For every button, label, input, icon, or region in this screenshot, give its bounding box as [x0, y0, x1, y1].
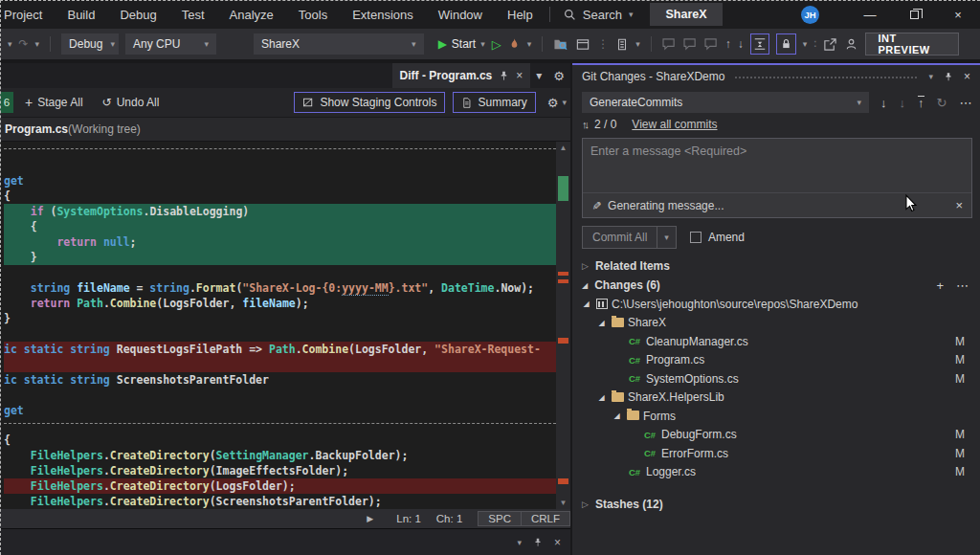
tree-item-c-users-jehoughton-source-repos-sharexdemo[interactable]: ◢C:\Users\jehoughton\source\repos\ShareX… — [572, 295, 980, 314]
arrow-down-icon[interactable]: ↓ — [738, 37, 744, 51]
close-icon[interactable]: × — [964, 70, 970, 83]
chevron-down-icon[interactable]: ▾ — [635, 39, 640, 49]
chevron-down-icon[interactable]: ▾ — [928, 72, 933, 81]
lock-icon[interactable] — [776, 33, 796, 55]
related-items-section[interactable]: ▷ Related Items — [572, 256, 980, 276]
live-share-icon[interactable] — [844, 37, 858, 52]
close-button[interactable]: × — [936, 0, 980, 29]
expander-icon[interactable]: ▷ — [582, 500, 589, 509]
fetch-icon[interactable]: ↓ — [880, 96, 887, 110]
expander-icon[interactable]: ◢ — [611, 411, 623, 420]
push-icon[interactable]: ↑ — [918, 96, 924, 109]
configuration-dropdown[interactable]: Debug▾ — [61, 33, 119, 55]
redo-dropdown-icon[interactable]: ▾ — [35, 39, 40, 49]
view-all-commits-link[interactable]: View all commits — [632, 118, 717, 131]
platform-dropdown[interactable]: Any CPU▾ — [125, 33, 216, 55]
amend-checkbox[interactable] — [690, 232, 702, 243]
expander-icon[interactable]: ◢ — [595, 393, 608, 402]
indentation-indicator[interactable]: SPC — [478, 511, 522, 526]
amend-option[interactable]: Amend — [690, 231, 745, 244]
menu-project[interactable]: Project — [0, 0, 55, 29]
hot-reload-dropdown-icon[interactable]: ▾ — [527, 39, 532, 49]
vertical-scrollbar[interactable]: ▲ ▼ — [556, 142, 570, 509]
document-outline-icon[interactable] — [615, 37, 629, 52]
pull-icon[interactable]: ↓ — [900, 96, 906, 110]
avatar[interactable]: JH — [801, 6, 819, 24]
cancel-generate-icon[interactable]: × — [955, 198, 963, 212]
pin-icon[interactable] — [533, 538, 543, 547]
menu-debug[interactable]: Debug — [107, 0, 168, 29]
stage-plus-icon[interactable]: + — [936, 278, 944, 293]
menu-help[interactable]: Help — [495, 0, 546, 29]
undo-dropdown-icon[interactable]: ▾ — [8, 39, 12, 49]
undo-all-button[interactable]: ↺ Undo All — [95, 96, 167, 109]
chevron-down-icon[interactable]: ▾ — [657, 233, 676, 242]
gear-icon[interactable]: ⚙ — [547, 69, 570, 83]
gear-icon[interactable]: ⚙ — [547, 96, 559, 110]
close-icon[interactable]: × — [554, 536, 561, 549]
comment-icon[interactable] — [683, 38, 698, 51]
minimize-button[interactable]: — — [848, 0, 892, 29]
active-document-tab[interactable]: ShareX — [650, 3, 722, 26]
show-staging-controls-button[interactable]: Show Staging Controls — [294, 92, 445, 113]
diff-editor[interactable]: get{ if (SystemOptions.DisableLogging) {… — [0, 142, 556, 509]
chevron-down-icon[interactable]: ▾ — [562, 98, 567, 107]
menu-analyze[interactable]: Analyze — [217, 0, 286, 29]
expander-icon[interactable]: ◢ — [582, 281, 588, 290]
stage-all-button[interactable]: + Stage All — [17, 95, 91, 110]
tab-diff-program-cs[interactable]: Diff - Program.cs × — [392, 63, 531, 88]
close-tab-icon[interactable]: × — [516, 69, 523, 82]
line-ending-indicator[interactable]: CRLF — [521, 511, 570, 526]
start-debug-button[interactable]: ▶ Start ▾ — [438, 37, 485, 51]
arrow-up-icon[interactable]: ↑ — [725, 37, 731, 51]
tree-item-cleanupmanager-cs[interactable]: C#CleanupManager.csM — [572, 332, 980, 351]
comment-icon[interactable] — [704, 38, 719, 51]
keep-open-icon[interactable] — [499, 71, 509, 81]
search-control[interactable]: Search ▾ — [554, 8, 643, 22]
commit-message-input[interactable] — [583, 139, 971, 192]
pin-icon[interactable] — [944, 72, 953, 82]
comment-icon[interactable] — [662, 38, 677, 51]
tree-item-sharex[interactable]: ◢ShareX — [572, 314, 980, 333]
branch-dropdown[interactable]: GenerateCommits ▾ — [582, 92, 869, 113]
expand-icon[interactable]: ▶ — [367, 514, 373, 523]
toolbar-overflow-icon[interactable]: ⋮ — [597, 37, 609, 51]
menu-test[interactable]: Test — [169, 0, 217, 29]
summary-button[interactable]: Summary — [453, 92, 535, 113]
tree-item-program-cs[interactable]: C#Program.csM — [572, 351, 980, 370]
hot-reload-icon[interactable] — [508, 37, 521, 51]
tree-item-forms[interactable]: ◢Forms — [572, 407, 980, 426]
startup-project-dropdown[interactable]: ShareX▾ — [254, 33, 424, 55]
tree-item-sharex-helperslib[interactable]: ◢ShareX.HelpersLib — [572, 388, 980, 408]
menu-window[interactable]: Window — [426, 0, 495, 29]
redo-icon[interactable]: ↷ — [19, 37, 29, 51]
menu-build[interactable]: Build — [55, 0, 107, 29]
tree-item-logger-cs[interactable]: C#Logger.csM — [572, 463, 980, 482]
expander-icon[interactable]: ◢ — [580, 300, 592, 308]
menu-tools[interactable]: Tools — [286, 0, 340, 29]
restore-button[interactable] — [892, 0, 936, 29]
more-options-icon[interactable]: ⋯ — [956, 278, 969, 293]
expander-icon[interactable]: ◢ — [595, 319, 608, 327]
int-preview-button[interactable]: INT PREVIEW — [865, 33, 959, 56]
tree-item-systemoptions-cs[interactable]: C#SystemOptions.csM — [572, 369, 980, 388]
chevron-down-icon[interactable]: ▾ — [803, 39, 808, 49]
solution-explorer-icon[interactable] — [575, 37, 590, 52]
chevron-down-icon[interactable]: ▾ — [517, 538, 522, 547]
stashes-section[interactable]: ▷ Stashes (12) — [572, 495, 980, 514]
more-options-icon[interactable]: ⋯ — [959, 96, 971, 110]
sync-icon[interactable]: ↻ — [937, 96, 947, 110]
find-in-files-icon[interactable] — [553, 37, 568, 52]
expander-icon[interactable]: ▷ — [582, 261, 589, 271]
tree-item-debugform-cs[interactable]: C#DebugForm.csM — [572, 426, 980, 445]
tree-item-errorform-cs[interactable]: C#ErrorForm.csM — [572, 444, 980, 463]
menu-extensions[interactable]: Extensions — [340, 0, 426, 29]
collapse-regions-icon[interactable] — [750, 33, 770, 55]
share-icon[interactable] — [823, 37, 837, 52]
commit-all-button[interactable]: Commit All ▾ — [582, 226, 677, 249]
start-without-debug-icon[interactable]: ▷ — [492, 37, 501, 52]
changes-section[interactable]: ◢ Changes (6) + ⋯ — [572, 276, 980, 295]
scroll-up-icon[interactable]: ▲ — [556, 144, 570, 152]
tab-list-dropdown-icon[interactable]: ▾ — [530, 69, 547, 82]
scroll-down-icon[interactable]: ▼ — [556, 499, 570, 507]
